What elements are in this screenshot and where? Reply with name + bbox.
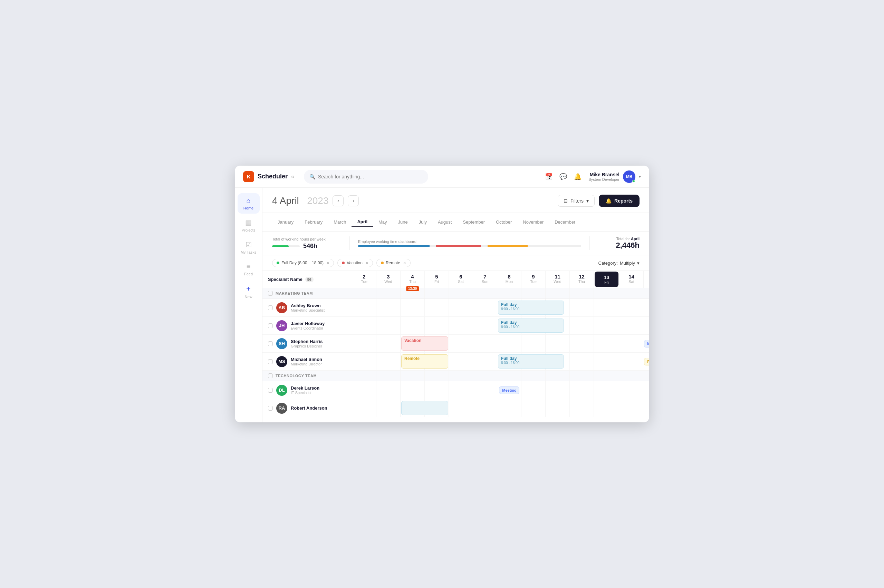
working-hours-bar	[272, 245, 300, 247]
grid-header: Specialist Name 96 2 Tue 3 Wed	[262, 271, 649, 288]
month-jan[interactable]: January	[272, 218, 299, 227]
name-col-label: Specialist Name	[268, 277, 302, 282]
month-mar[interactable]: March	[328, 218, 352, 227]
next-nav-button[interactable]: ›	[348, 195, 359, 206]
person-role-javier: Events Coordinator	[291, 326, 325, 330]
person-schedule-michael: Remote Full day 8:00 - 16:00	[352, 352, 649, 370]
sidebar: ⌂ Home ▦ Projects ☑ My Tasks ≡ Feed + Ne…	[235, 188, 262, 422]
team-marketing-checkbox[interactable]	[268, 291, 273, 296]
filter-chips: Full Day (8:00 – 18:00) ✕ Vacation ✕ Rem…	[262, 255, 649, 271]
chip-fullday[interactable]: Full Day (8:00 – 18:00) ✕	[272, 259, 334, 267]
row-derek-larson: DL Derek Larson IT Specialist	[262, 381, 649, 399]
search-input[interactable]	[318, 174, 422, 179]
help-icon[interactable]: 💬	[559, 173, 567, 180]
month-may[interactable]: May	[373, 218, 392, 227]
month-jul[interactable]: July	[413, 218, 432, 227]
day-col-6: 6 Sat	[449, 271, 473, 288]
user-area[interactable]: Mike Bransel System Developer MB ▾	[588, 171, 641, 183]
person-info-ashley: Ashley Brown Marketing Specialist	[291, 303, 325, 312]
category-select[interactable]: Category: Multiply ▾	[598, 261, 639, 266]
working-hours-label: Total of working hours per week	[272, 237, 341, 241]
chip-remote[interactable]: Remote ✕	[376, 259, 410, 267]
event-michael-fullday: Full day 8:00 - 16:00	[498, 354, 564, 369]
team-tech-checkbox[interactable]	[268, 374, 273, 378]
employee-bar-block: Employee working time dashboard	[358, 240, 581, 247]
day-col-4: 4 Thu 13:30	[401, 271, 425, 288]
month-aug[interactable]: August	[432, 218, 457, 227]
search-bar[interactable]: 🔍	[304, 170, 428, 184]
chip-vacation-close[interactable]: ✕	[365, 261, 368, 266]
home-icon: ⌂	[246, 197, 250, 205]
top-bar: K Scheduler « 🔍 📅 💬 🔔 Mike Bransel Syste…	[235, 166, 649, 188]
sched-days-ashley: Full day 8:00 - 16:00	[352, 299, 649, 316]
team-label-marketing: MARKETING TEAM	[262, 288, 352, 298]
team-row-technology: TECHNOLOGY TEAM	[262, 370, 649, 381]
avatar-derek: DL	[276, 385, 287, 396]
month-oct[interactable]: October	[490, 218, 517, 227]
month-nov[interactable]: November	[517, 218, 549, 227]
sidebar-item-projects[interactable]: ▦ Projects	[238, 215, 260, 236]
category-value: Multiply	[620, 261, 635, 266]
person-checkbox-michael[interactable]	[268, 359, 273, 364]
reports-bell-icon: 🔔	[606, 198, 612, 204]
chip-vacation[interactable]: Vacation ✕	[337, 259, 373, 267]
person-checkbox-derek[interactable]	[268, 388, 273, 393]
person-schedule-stephen: Vacation	[352, 335, 649, 352]
filter-chevron-icon: ▾	[586, 198, 589, 204]
total-value: 2,446h	[598, 241, 639, 250]
event-michael-remote2: Remote	[644, 358, 649, 365]
person-info-robert: Robert Anderson	[291, 405, 327, 411]
person-name-michael: Michael Simon	[291, 357, 322, 362]
person-cell-robert: RA Robert Anderson	[262, 399, 352, 417]
prev-nav-button[interactable]: ‹	[332, 195, 344, 206]
person-info-derek: Derek Larson IT Specialist	[291, 386, 319, 395]
tasks-icon: ☑	[245, 240, 252, 249]
category-label: Category:	[598, 261, 618, 266]
sidebar-tasks-label: My Tasks	[241, 250, 257, 254]
sidebar-item-new[interactable]: + New	[238, 281, 260, 302]
person-cell-michael: MS Michael Simon Marketing Director	[262, 352, 352, 370]
month-feb[interactable]: February	[299, 218, 328, 227]
month-jun[interactable]: June	[392, 218, 413, 227]
notification-icon[interactable]: 🔔	[574, 173, 582, 180]
person-info-michael: Michael Simon Marketing Director	[291, 357, 322, 366]
collapse-icon[interactable]: «	[291, 174, 294, 180]
sidebar-item-feed[interactable]: ≡ Feed	[238, 259, 260, 279]
person-checkbox-ashley[interactable]	[268, 305, 273, 310]
person-checkbox-robert[interactable]	[268, 406, 273, 411]
month-apr[interactable]: April	[352, 217, 373, 227]
name-col-count: 96	[305, 277, 314, 282]
chip-remote-close[interactable]: ✕	[403, 261, 406, 266]
user-name: Mike Bransel	[588, 172, 619, 177]
working-hours-value: 546h	[303, 243, 317, 250]
person-checkbox-stephen[interactable]	[268, 341, 273, 346]
day-col-8: 8 Mon	[497, 271, 522, 288]
person-name-stephen: Stephen Harris	[291, 339, 323, 344]
chip-fullday-close[interactable]: ✕	[326, 261, 329, 266]
day-col-11: 11 Wed	[546, 271, 570, 288]
sidebar-item-tasks[interactable]: ☑ My Tasks	[238, 237, 260, 258]
top-bar-right: 📅 💬 🔔 Mike Bransel System Developer MB ▾	[545, 171, 641, 183]
day-col-9: 9 Tue	[522, 271, 546, 288]
search-icon: 🔍	[310, 174, 315, 179]
person-cell-javier: JH Javier Holloway Events Coordinator	[262, 317, 352, 334]
scheduler-grid: Specialist Name 96 2 Tue 3 Wed	[262, 271, 649, 422]
person-role-ashley: Marketing Specialist	[291, 308, 325, 312]
chevron-down-icon[interactable]: ▾	[639, 174, 641, 179]
day-col-12: 12 Thu	[570, 271, 594, 288]
event-stephen-meeting: Meeting	[644, 340, 649, 348]
projects-icon: ▦	[245, 218, 252, 227]
team-marketing-label: MARKETING TEAM	[275, 291, 313, 296]
filter-button[interactable]: ⊟ Filters ▾	[558, 195, 595, 207]
sidebar-item-home[interactable]: ⌂ Home	[238, 193, 260, 214]
category-chevron-icon: ▾	[637, 261, 639, 266]
main-layout: ⌂ Home ▦ Projects ☑ My Tasks ≡ Feed + Ne…	[235, 188, 649, 422]
reports-button[interactable]: 🔔 Reports	[599, 195, 639, 207]
person-checkbox-javier[interactable]	[268, 323, 273, 328]
chip-dot-remote	[381, 262, 383, 264]
person-cell-stephen: SH Stephen Harris Graphics Designer	[262, 335, 352, 352]
calendar-icon[interactable]: 📅	[545, 173, 552, 180]
month-dec[interactable]: December	[549, 218, 581, 227]
month-sep[interactable]: September	[457, 218, 490, 227]
avatar-michael: MS	[276, 356, 287, 367]
